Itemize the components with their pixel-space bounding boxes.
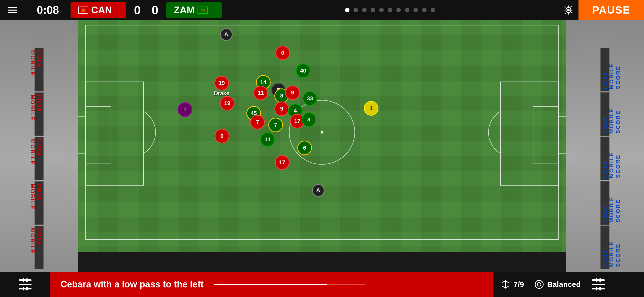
player-p15[interactable]: 7 bbox=[250, 115, 265, 129]
svg-rect-16 bbox=[19, 288, 31, 289]
top-bar: 0:08 🍁 CAN 0 0 ZAM 🇿🇲 PAUSE bbox=[0, 0, 644, 20]
right-menu-icon bbox=[591, 277, 606, 292]
player-p23[interactable]: 1 bbox=[364, 101, 378, 116]
svg-point-23 bbox=[537, 283, 541, 286]
left-controls[interactable] bbox=[0, 277, 50, 292]
svg-rect-17 bbox=[23, 278, 24, 282]
svg-rect-18 bbox=[26, 278, 28, 282]
commentary-bar: Cebara with a low pass to the left bbox=[50, 272, 493, 297]
svg-rect-30 bbox=[599, 287, 601, 290]
svg-rect-7 bbox=[86, 82, 144, 185]
commentary-progress-fill bbox=[214, 284, 327, 285]
left-side-label-2: FM24 MOBILE bbox=[35, 92, 44, 136]
svg-rect-20 bbox=[26, 287, 28, 290]
pause-button[interactable]: PAUSE bbox=[578, 0, 644, 20]
svg-rect-25 bbox=[592, 284, 605, 285]
player-p21[interactable]: 6 bbox=[297, 141, 312, 155]
svg-rect-27 bbox=[596, 278, 597, 282]
bottom-bar: Cebara with a low pass to the left 7/9 B… bbox=[0, 272, 644, 297]
right-side-label-3: FM24 MOBILE SCORE bbox=[600, 137, 609, 180]
progress-dot-4[interactable] bbox=[379, 8, 384, 12]
team-zam-name: ZAM bbox=[174, 5, 195, 16]
progress-dot-1[interactable] bbox=[353, 8, 358, 12]
progress-dot-2[interactable] bbox=[362, 8, 367, 12]
team-can-badge[interactable]: 🍁 CAN bbox=[71, 2, 126, 18]
progress-dot-9[interactable] bbox=[422, 8, 427, 12]
progress-dot-0[interactable] bbox=[345, 8, 349, 12]
svg-point-13 bbox=[321, 131, 323, 134]
score-zam: 0 bbox=[149, 3, 161, 17]
flag-zam: 🇿🇲 bbox=[198, 7, 208, 14]
commentary-progress-bar bbox=[214, 284, 365, 285]
menu-button[interactable] bbox=[0, 0, 25, 20]
flag-can: 🍁 bbox=[78, 7, 88, 14]
left-side-label-5: FM24 MOBILE bbox=[35, 226, 44, 269]
player-p10[interactable]: 19 bbox=[220, 96, 235, 111]
player-p19[interactable]: 0 bbox=[215, 129, 229, 143]
svg-rect-15 bbox=[19, 284, 31, 285]
right-menu-button[interactable] bbox=[591, 277, 606, 292]
settings-button[interactable] bbox=[558, 0, 578, 20]
svg-rect-28 bbox=[599, 278, 601, 282]
right-side-label-1: FM24 MOBILE SCORE bbox=[600, 48, 609, 91]
right-side-label-4: FM24 MOBILE SCORE bbox=[600, 181, 609, 225]
tactic-label: Balanced bbox=[547, 280, 581, 289]
pitch-markings bbox=[78, 20, 566, 252]
player-p16[interactable]: 7 bbox=[268, 118, 283, 132]
svg-rect-11 bbox=[533, 107, 558, 163]
progress-dot-8[interactable] bbox=[413, 8, 418, 12]
player-p3[interactable]: 11 bbox=[253, 86, 268, 100]
player-p8[interactable]: 0 bbox=[275, 46, 290, 60]
progress-dot-6[interactable] bbox=[396, 8, 401, 12]
svg-rect-10 bbox=[500, 82, 558, 185]
svg-rect-29 bbox=[596, 287, 597, 290]
player-p7[interactable]: 33 bbox=[303, 91, 317, 106]
commentary-text: Cebara with a low pass to the left bbox=[60, 279, 204, 290]
marker-ma1: A bbox=[220, 28, 233, 41]
football-pitch[interactable]: 19Drake1411R89330401914594771730116171AA bbox=[78, 20, 566, 252]
svg-rect-12 bbox=[558, 116, 566, 153]
svg-rect-19 bbox=[23, 287, 24, 290]
progress-dot-3[interactable] bbox=[371, 8, 375, 12]
tactic-icon bbox=[534, 279, 544, 289]
team-can-name: CAN bbox=[91, 5, 112, 16]
game-timer: 0:08 bbox=[33, 4, 63, 16]
svg-rect-8 bbox=[86, 107, 111, 163]
progress-dots bbox=[222, 8, 558, 12]
score-display: 0 0 bbox=[131, 3, 161, 17]
substitution-count: 7/9 bbox=[513, 280, 524, 289]
player-p9[interactable]: 40 bbox=[296, 63, 310, 78]
marker-ma2: A bbox=[312, 184, 325, 197]
progress-dot-10[interactable] bbox=[431, 8, 435, 12]
right-side-label-2: FM24 MOBILE SCORE bbox=[600, 92, 609, 136]
team-zam-badge[interactable]: ZAM 🇿🇲 bbox=[166, 2, 222, 18]
score-can: 0 bbox=[131, 3, 144, 17]
svg-rect-24 bbox=[592, 279, 605, 281]
tactic-button[interactable]: Balanced bbox=[534, 279, 581, 289]
substitution-icon bbox=[500, 279, 510, 289]
formation-icon[interactable] bbox=[18, 277, 33, 292]
right-panel: FM24 MOBILE SCORE FM24 MOBILE SCORE FM24… bbox=[566, 20, 644, 297]
player-label-p1: Drake bbox=[214, 90, 229, 97]
svg-rect-26 bbox=[592, 288, 605, 289]
substitution-button[interactable]: 7/9 bbox=[500, 279, 524, 289]
left-side-label-4: FM24 MOBILE bbox=[35, 181, 44, 225]
player-p22[interactable]: 17 bbox=[275, 155, 289, 170]
progress-dot-7[interactable] bbox=[405, 8, 409, 12]
hamburger-icon bbox=[8, 7, 17, 13]
left-side-label-1: FM24 MOBILE bbox=[35, 48, 44, 91]
player-p1[interactable]: 19Drake bbox=[214, 76, 229, 90]
player-p13[interactable]: 9 bbox=[274, 102, 289, 116]
player-p11[interactable]: 1 bbox=[178, 102, 192, 117]
pitch-container: 19Drake1411R89330401914594771730116171AA bbox=[78, 20, 566, 277]
svg-rect-9 bbox=[78, 116, 86, 153]
player-p18[interactable]: 3 bbox=[302, 112, 316, 127]
svg-rect-14 bbox=[19, 279, 31, 281]
left-side-label-3: FM24 MOBILE bbox=[35, 137, 44, 180]
player-p6[interactable]: 9 bbox=[285, 85, 300, 100]
player-p20[interactable]: 11 bbox=[260, 132, 275, 147]
progress-dot-5[interactable] bbox=[388, 8, 392, 12]
right-side-label-5: FM24 MOBILE SCORE bbox=[600, 226, 609, 269]
right-controls: 7/9 Balanced bbox=[493, 277, 644, 292]
svg-point-22 bbox=[535, 280, 543, 288]
